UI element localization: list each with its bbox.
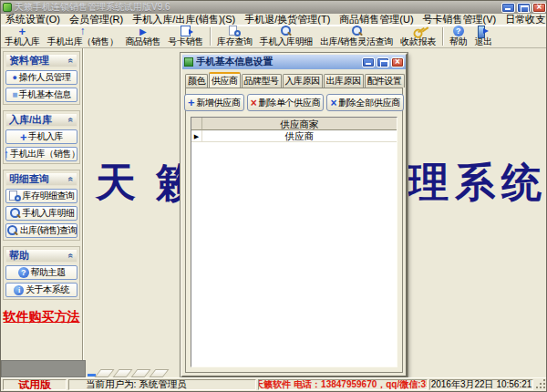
sidebar-item-about-system[interactable]: i 关于本系统 xyxy=(5,283,77,297)
row-indicator-icon: ▶ xyxy=(191,130,202,141)
software-purchase-link[interactable]: 软件购买方法 xyxy=(3,309,80,325)
toolbar-phone-out-button[interactable]: ↑ 手机出库（销售） xyxy=(44,26,122,47)
sidebar-item-label: 手机基本信息 xyxy=(19,88,71,101)
minimize-icon[interactable] xyxy=(501,3,515,13)
tab-color[interactable]: 颜色 xyxy=(185,74,208,88)
supplier-buttons: + 新增供应商 × 删除单个供应商 × 删除全部供应商 xyxy=(190,94,398,111)
toolbar-label: 收款报表 xyxy=(400,37,436,46)
menu-phone-return[interactable]: 手机退/换货管理(T) xyxy=(240,14,335,26)
add-supplier-button[interactable]: + 新增供应商 xyxy=(184,94,244,111)
tab-in-reason[interactable]: 入库原因 xyxy=(283,74,323,88)
maximize-icon[interactable] xyxy=(517,3,531,13)
menu-system-settings[interactable]: 系统设置(O) xyxy=(1,14,65,26)
menu-member-management[interactable]: 会员管理(R) xyxy=(65,14,128,26)
sidebar-item-label: 出库(销售)查询 xyxy=(20,224,77,237)
sidebar-item-phone-in-detail[interactable]: 手机入库明细 xyxy=(5,206,77,221)
sidebar-item-stock-detail-query[interactable]: 库存明细查询 xyxy=(5,189,77,203)
toolbar-label: 手机入库 xyxy=(5,37,40,46)
minimize-icon[interactable] xyxy=(362,57,375,67)
delete-single-supplier-button[interactable]: × 删除单个供应商 xyxy=(247,94,325,111)
close-icon[interactable] xyxy=(532,3,546,13)
toolbar-simcard-sales-button[interactable]: 号卡销售 xyxy=(164,26,207,47)
bottom-tab[interactable] xyxy=(94,369,114,377)
search-icon xyxy=(9,208,21,219)
sidebar-group-detail-query: 明细查询 « 库存明细查询 手机入库明细 出库(销售)查询 xyxy=(3,170,80,241)
button-label: 新增供应商 xyxy=(196,97,241,109)
dialog-tabs: 颜色 供应商 品牌型号 入库原因 出库原因 配件设置 xyxy=(185,72,403,88)
chevron-up-icon: « xyxy=(67,58,77,64)
group-title: 明细查询 xyxy=(9,172,49,186)
toolbar-label: 手机出库（销售） xyxy=(47,37,119,46)
maximize-icon[interactable] xyxy=(377,57,389,67)
bottom-tab[interactable] xyxy=(149,369,169,377)
toolbar-phone-in-button[interactable]: + 手机入库 xyxy=(1,26,44,47)
exit-icon xyxy=(478,26,490,36)
supplier-table: 供应商家 ▶ 供应商 xyxy=(191,117,397,367)
toolbar-goods-sales-button[interactable]: ▶ 商品销售 xyxy=(121,26,164,47)
group-title: 资料管理 xyxy=(9,54,49,67)
toolbar-exit-button[interactable]: 退出 xyxy=(470,26,495,47)
arrow-up-icon: ↑ xyxy=(80,26,86,36)
form-icon xyxy=(184,57,193,67)
group-title: 入库/出库 xyxy=(9,113,52,127)
sidebar-group-header-inout[interactable]: 入库/出库 « xyxy=(5,113,77,127)
toolbar-payment-report-button[interactable]: 收款报表 xyxy=(397,26,439,47)
x-red-icon: × xyxy=(251,98,257,108)
sidebar-item-phone-out[interactable]: ↑ 手机出库（销售） xyxy=(5,147,77,161)
table-row[interactable]: ▶ 供应商 xyxy=(191,130,397,142)
close-icon[interactable] xyxy=(391,57,404,67)
window-title: 天籁手机连锁销售管理系统试用版V9.6 xyxy=(15,1,499,14)
menu-daily-finance[interactable]: 日常收支管理(W) xyxy=(501,14,547,26)
toolbar-stock-query-button[interactable]: 库存查询 xyxy=(213,26,256,47)
search-doc-icon xyxy=(229,26,241,36)
sidebar-group-header-help[interactable]: 帮助 « xyxy=(5,249,77,263)
sidebar-item-label: 操作人员管理 xyxy=(18,71,70,84)
bottom-tab[interactable] xyxy=(112,369,132,377)
tab-supplier[interactable]: 供应商 xyxy=(209,72,241,88)
dialog-window-controls xyxy=(362,57,404,67)
app-window: 天籁手机连锁销售管理系统试用版V9.6 系统设置(O) 会员管理(R) 手机入库… xyxy=(0,0,547,392)
sidebar: 资料管理 « ● 操作人员管理 ■ 手机基本信息 入库/出库 « + 手机入库 xyxy=(3,51,80,325)
sidebar-item-operators[interactable]: ● 操作人员管理 xyxy=(5,70,77,85)
tab-out-reason[interactable]: 出库原因 xyxy=(324,74,364,88)
resize-grip[interactable] xyxy=(535,378,547,390)
sidebar-divider-highlight xyxy=(83,48,84,376)
x-blue-icon: × xyxy=(330,98,336,108)
tab-brand-model[interactable]: 品牌型号 xyxy=(242,74,282,88)
bottom-tab[interactable] xyxy=(130,369,150,377)
sidebar-item-phone-in[interactable]: + 手机入库 xyxy=(5,129,77,144)
card-icon xyxy=(181,26,191,36)
info-icon: i xyxy=(14,285,24,295)
phone-basic-info-dialog: 手机基本信息设置 颜色 供应商 品牌型号 入库原因 出库原因 配件设置 + 新增… xyxy=(181,53,408,377)
current-user-status: 当前用户为: 系统管理员 xyxy=(68,379,256,390)
tab-accessory-settings[interactable]: 配件设置 xyxy=(365,74,405,88)
sidebar-item-help-topics[interactable]: ? 帮助主题 xyxy=(5,265,77,280)
window-controls xyxy=(501,3,546,13)
menu-phone-in-out[interactable]: 手机入库/出库(销售)(S) xyxy=(128,14,240,26)
menu-simcard-sales[interactable]: 号卡销售管理(V) xyxy=(418,14,501,26)
sidebar-group-help: 帮助 « ? 帮助主题 i 关于本系统 xyxy=(3,246,80,300)
chevron-up-icon: « xyxy=(67,118,77,123)
sidebar-item-label: 手机入库明细 xyxy=(23,207,75,220)
bullet-icon: ● xyxy=(13,73,17,82)
sidebar-group-inout: 入库/出库 « + 手机入库 ↑ 手机出库（销售） xyxy=(3,110,80,164)
toolbar-phone-in-detail-button[interactable]: 手机入库明细 xyxy=(256,26,316,47)
toolbar-help-button[interactable]: ? 帮助 xyxy=(446,26,470,47)
sidebar-item-out-sales-query[interactable]: 出库(销售)查询 xyxy=(5,223,77,238)
trial-version-badge: 试用版 xyxy=(3,379,67,390)
toolbar-out-sales-query-button[interactable]: 出库/销售灵活查询 xyxy=(316,26,397,47)
toolbar-label: 退出 xyxy=(474,37,491,46)
sidebar-group-header-data[interactable]: 资料管理 « xyxy=(5,54,77,67)
sidebar-group-header-detail-query[interactable]: 明细查询 « xyxy=(5,172,77,186)
sidebar-item-label: 帮助主题 xyxy=(31,266,66,279)
sidebar-item-phone-basic-info[interactable]: ■ 手机基本信息 xyxy=(5,88,77,102)
plus-icon: + xyxy=(188,98,194,108)
delete-all-suppliers-button[interactable]: × 删除全部供应商 xyxy=(326,94,404,111)
table-column-header: 供应商家 xyxy=(202,118,397,130)
vendor-contact-status: 天籁软件 电话：13847959670，qq/微信:35 xyxy=(258,379,428,390)
menu-goods-sales[interactable]: 商品销售管理(U) xyxy=(335,14,418,26)
app-icon xyxy=(3,3,12,12)
sidebar-group-data: 资料管理 « ● 操作人员管理 ■ 手机基本信息 xyxy=(3,51,80,105)
button-label: 删除单个供应商 xyxy=(259,97,321,109)
dialog-title-bar[interactable]: 手机基本信息设置 xyxy=(182,55,406,69)
